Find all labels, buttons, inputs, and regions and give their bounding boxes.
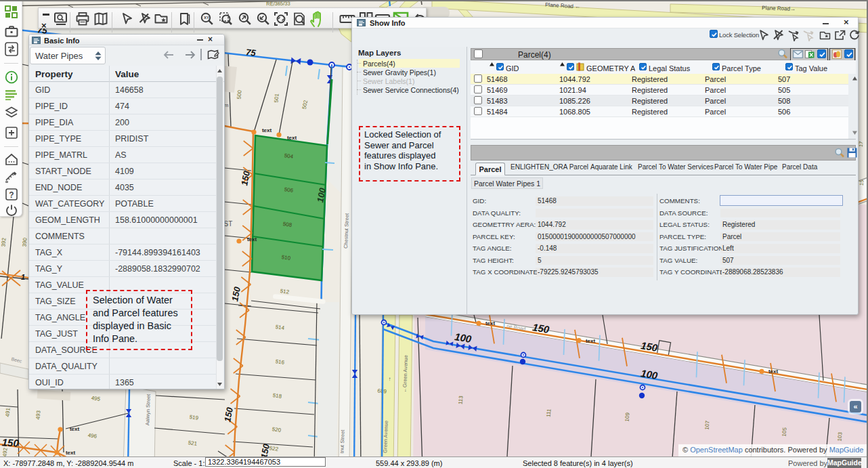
svg-text:105: 105 — [781, 427, 787, 437]
svg-text:Plane Road→: Plane Road→ — [762, 5, 796, 12]
svg-text:75: 75 — [245, 47, 257, 58]
svg-text:493: 493 — [35, 410, 41, 420]
svg-text:514: 514 — [275, 324, 285, 331]
svg-text:496: 496 — [87, 432, 97, 440]
svg-text:text: text — [287, 135, 297, 141]
svg-text:113: 113 — [457, 395, 464, 404]
svg-text:text: text — [70, 426, 80, 432]
svg-text:504: 504 — [284, 152, 294, 160]
svg-text:RE/365/33: RE/365/33 — [266, 1, 290, 7]
svg-text:111: 111 — [545, 408, 552, 417]
svg-text:text: text — [66, 450, 76, 456]
svg-text:510: 510 — [281, 254, 291, 261]
svg-text:519: 519 — [189, 414, 199, 421]
svg-text:516: 516 — [275, 358, 285, 366]
svg-text:15: 15 — [859, 179, 865, 186]
svg-text:508: 508 — [282, 221, 292, 228]
svg-text:1: 1 — [21, 273, 25, 281]
svg-text:text: text — [485, 320, 496, 326]
svg-text:109: 109 — [624, 412, 630, 422]
svg-text:Chestnut Street: Chestnut Street — [343, 213, 350, 249]
svg-text:512: 512 — [280, 288, 290, 295]
svg-text:Aalwyn Street: Aalwyn Street — [144, 393, 152, 425]
svg-text:495: 495 — [91, 395, 101, 402]
svg-text:text: text — [262, 127, 272, 133]
svg-text:500: 500 — [236, 89, 242, 100]
svg-text:521: 521 — [188, 440, 198, 447]
svg-text:103: 103 — [836, 431, 843, 442]
svg-text:text: text — [586, 338, 596, 344]
svg-text:107: 107 — [703, 420, 710, 430]
svg-text:Green Avenue: Green Avenue — [382, 421, 389, 453]
svg-text:?: ? — [9, 190, 14, 200]
svg-text:520: 520 — [272, 426, 282, 433]
svg-text:tnut Street: tnut Street — [339, 429, 345, 454]
svg-text:150: 150 — [1, 436, 20, 448]
svg-text:518: 518 — [272, 392, 282, 400]
svg-text:392: 392 — [0, 237, 7, 247]
svg-text:506: 506 — [284, 186, 294, 194]
svg-text:492: 492 — [1, 447, 8, 457]
svg-text:ST: ST — [224, 220, 233, 228]
svg-text:390: 390 — [21, 237, 28, 247]
svg-text:17: 17 — [858, 141, 865, 147]
svg-text:501: 501 — [273, 93, 280, 103]
svg-text:491: 491 — [4, 407, 11, 417]
svg-text:text: text — [768, 368, 779, 375]
svg-text:text: text — [247, 236, 257, 242]
svg-text:→: → — [386, 377, 392, 382]
svg-text:XY: XY — [204, 16, 209, 20]
